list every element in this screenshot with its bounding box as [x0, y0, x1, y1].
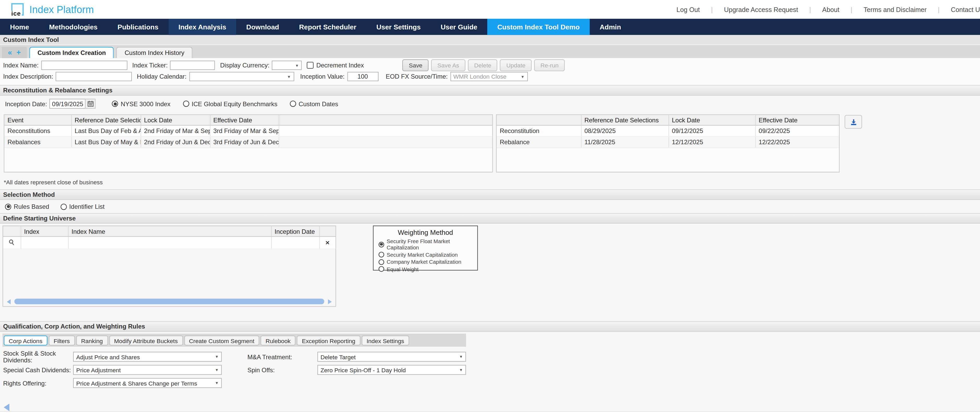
ma-treatment-label: M&A Treatment: [247, 353, 317, 360]
inception-value-input[interactable] [347, 72, 378, 81]
tab-corp-actions[interactable]: Corp Actions [4, 335, 48, 345]
rights-offering-select[interactable]: Price Adjustment & Shares Change per Ter… [73, 378, 222, 388]
tab-modify-attribute-buckets[interactable]: Modify Attribute Buckets [109, 335, 183, 345]
save-button[interactable]: Save [402, 59, 429, 71]
recon-section-title: Reconstitution & Rebalance Settings [3, 87, 113, 94]
save-as-button[interactable]: Save As [431, 59, 465, 71]
radio-identifier-list[interactable]: Identifier List [60, 203, 105, 210]
tab-rulebook[interactable]: Rulebook [261, 335, 296, 345]
scroll-left-arrow-icon[interactable] [7, 299, 10, 304]
radio-icon [379, 266, 384, 272]
spin-offs-select[interactable]: Zero Price Spin-Off - 1 Day Hold ▼ [317, 365, 466, 375]
radio-icon [379, 242, 384, 247]
chevron-down-icon: ▼ [459, 368, 463, 372]
breadcrumb: Custom Index Tool [0, 35, 980, 45]
nav-item-user-guide[interactable]: User Guide [431, 19, 488, 35]
chevron-down-icon: ▼ [287, 75, 291, 78]
chevron-down-icon: ▼ [215, 355, 219, 359]
special-cash-dividends-select[interactable]: Price Adjustment ▼ [73, 365, 222, 375]
about-link[interactable]: About [816, 6, 858, 13]
nav-item-download[interactable]: Download [236, 19, 289, 35]
scroll-right-arrow-icon[interactable] [328, 299, 332, 304]
schedule-tables: Event Reference Date Selections Lock Dat… [4, 114, 980, 175]
custom-index-tool-page: ice Index Platform Log Out Upgrade Acces… [0, 0, 980, 416]
universe-index-cell[interactable] [21, 236, 68, 249]
radio-icon [5, 203, 11, 210]
page-scroll-left-arrow[interactable] [4, 403, 10, 411]
holiday-calendar-select[interactable]: ▼ [189, 72, 294, 81]
ma-treatment-select[interactable]: Delete Target ▼ [317, 352, 466, 362]
nav-item-admin[interactable]: Admin [590, 19, 631, 35]
index-form: Index Name: Index Ticker: Display Curren… [0, 58, 980, 85]
tab-exception-reporting[interactable]: Exception Reporting [297, 335, 361, 345]
index-description-input[interactable] [56, 72, 132, 81]
radio-company-market-cap[interactable]: Company Market Capitalization [379, 259, 477, 265]
column-header-blank [319, 226, 335, 237]
upgrade-access-request-link[interactable]: Upgrade Access Request [718, 6, 816, 13]
eod-fx-select[interactable]: WMR London Close ▼ [450, 72, 528, 81]
starting-universe-panel: Index Index Name Inception Date [3, 225, 336, 307]
collapse-tabs-icon[interactable]: « [8, 49, 12, 56]
chevron-down-icon: ▼ [215, 381, 219, 385]
nav-item-publications[interactable]: Publications [108, 19, 169, 35]
add-tab-icon[interactable]: + [16, 49, 21, 56]
delete-button[interactable]: Delete [468, 59, 498, 71]
rerun-button[interactable]: Re-run [534, 59, 565, 71]
download-button[interactable] [845, 115, 862, 129]
tab-create-custom-segment[interactable]: Create Custom Segment [184, 335, 259, 345]
schedule-options: NYSE 3000 Index ICE Global Equity Benchm… [112, 100, 338, 107]
radio-ice-global-equity-benchmarks[interactable]: ICE Global Equity Benchmarks [183, 100, 277, 107]
recon-rebalance-section-header: Reconstitution & Rebalance Settings [0, 85, 980, 96]
eod-fx-value: WMR London Close [453, 73, 506, 80]
inception-date-row: Inception Date: NYSE 3000 Index ICE Glob… [0, 96, 980, 112]
nav-item-custom-index-tool-demo[interactable]: Custom Index Tool Demo [487, 19, 590, 35]
radio-icon [183, 100, 189, 107]
remove-row-button[interactable]: × [325, 239, 329, 246]
tab-custom-index-history[interactable]: Custom Index History [117, 47, 192, 58]
special-cash-dividends-label: Special Cash Dividends: [3, 367, 73, 373]
inception-date-input[interactable] [49, 99, 86, 108]
tab-filters[interactable]: Filters [49, 335, 75, 345]
index-ticker-input[interactable] [170, 61, 215, 70]
universe-index-name-cell[interactable] [68, 236, 271, 249]
nav-item-index-analysis[interactable]: Index Analysis [169, 19, 236, 35]
nav-item-report-scheduler[interactable]: Report Scheduler [289, 19, 366, 35]
form-buttons: Save Save As Delete Update Re-run [400, 59, 565, 71]
weighting-method-box: Weighting Method Security Free Float Mar… [373, 225, 478, 271]
contact-us-link[interactable]: Contact Us [945, 6, 980, 13]
tab-ranking[interactable]: Ranking [76, 335, 108, 345]
download-icon [850, 118, 857, 125]
tab-index-settings[interactable]: Index Settings [361, 335, 409, 345]
radio-custom-dates[interactable]: Custom Dates [290, 100, 338, 107]
terms-and-disclaimer-link[interactable]: Terms and Disclaimer [858, 6, 945, 13]
nav-item-methodologies[interactable]: Methodologies [39, 19, 108, 35]
radio-security-market-cap[interactable]: Security Market Capitalization [379, 252, 477, 258]
nav-item-home[interactable]: Home [0, 19, 39, 35]
inception-value-label: Inception Value: [300, 73, 344, 80]
nav-item-user-settings[interactable]: User Settings [366, 19, 431, 35]
calendar-button[interactable] [85, 99, 96, 108]
tab-custom-index-creation[interactable]: Custom Index Creation [29, 47, 114, 58]
radio-equal-weight[interactable]: Equal Weight [379, 266, 477, 272]
decrement-index-checkbox[interactable] [307, 62, 313, 69]
table-row: Reconstitution 08/29/2025 09/12/2025 09/… [496, 125, 839, 136]
column-header-lock-date: Lock Date [140, 115, 210, 126]
universe-inception-date-cell[interactable] [271, 236, 320, 249]
radio-nyse-3000-index[interactable]: NYSE 3000 Index [112, 100, 170, 107]
radio-security-free-float-market-cap[interactable]: Security Free Float Market Capitalizatio… [379, 238, 477, 250]
ice-logo: ice Index Platform [11, 3, 94, 16]
horizontal-scrollbar[interactable] [5, 298, 334, 305]
scrollbar-thumb[interactable] [14, 299, 324, 304]
index-name-input[interactable] [41, 61, 127, 70]
column-header-effective-date: Effective Date [210, 115, 278, 126]
display-currency-select[interactable]: ▼ [272, 61, 302, 70]
qualification-title: Qualification, Corp Action, and Weightin… [3, 323, 145, 330]
log-out-link[interactable]: Log Out [671, 6, 718, 13]
stock-split-select[interactable]: Adjust Price and Shares ▼ [73, 352, 222, 362]
search-icon[interactable] [9, 239, 14, 245]
schedule-rules-table: Event Reference Date Selections Lock Dat… [4, 114, 493, 172]
column-header-blank [496, 115, 581, 126]
radio-rules-based[interactable]: Rules Based [5, 203, 49, 210]
table-row: Reconstitutions Last Bus Day of Feb & Au… [5, 125, 492, 136]
update-button[interactable]: Update [500, 59, 532, 71]
